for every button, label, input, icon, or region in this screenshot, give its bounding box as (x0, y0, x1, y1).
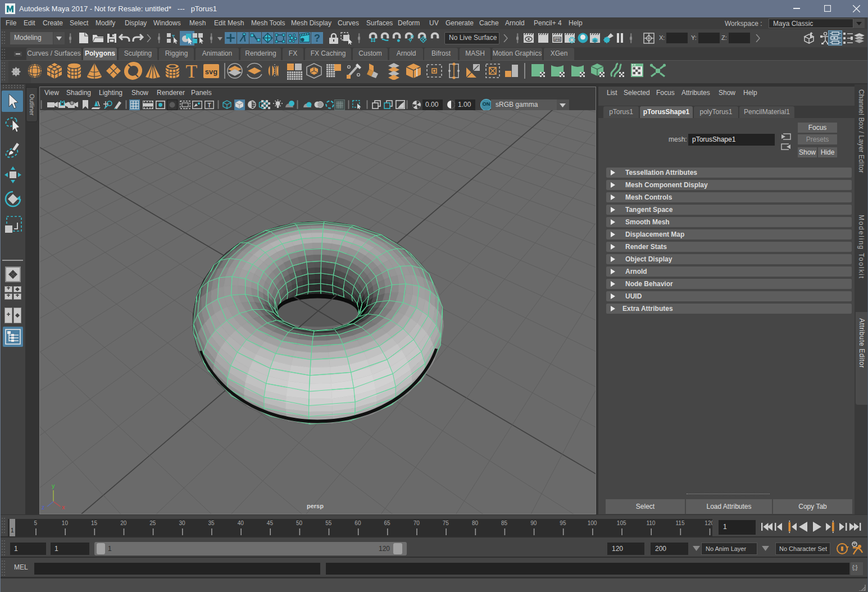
svg-text:persp: persp (307, 503, 324, 509)
svg-text:svg: svg (205, 67, 217, 76)
svg-text:T: T (186, 62, 198, 80)
svg-text:75: 75 (443, 520, 449, 526)
svg-text:65: 65 (384, 520, 390, 526)
svg-text:x: x (62, 504, 65, 510)
svg-text:40: 40 (238, 520, 244, 526)
svg-text:70: 70 (413, 520, 420, 526)
svg-text:95: 95 (560, 520, 566, 526)
svg-text:85: 85 (501, 520, 508, 526)
svg-text:25: 25 (149, 520, 156, 526)
svg-text:T: T (207, 102, 211, 109)
svg-text:IPR: IPR (555, 38, 561, 42)
svg-text:120: 120 (705, 520, 712, 526)
svg-text:110: 110 (646, 520, 655, 526)
svg-text:50: 50 (296, 520, 303, 526)
svg-text:15: 15 (91, 520, 98, 526)
svg-text:60: 60 (355, 520, 361, 526)
svg-text:y: y (52, 482, 55, 489)
svg-text:z: z (42, 504, 45, 510)
svg-text:5: 5 (34, 520, 37, 526)
svg-text:45: 45 (267, 520, 274, 526)
svg-text:115: 115 (676, 520, 685, 526)
svg-text:20: 20 (120, 520, 127, 526)
svg-text:55: 55 (325, 520, 332, 526)
svg-text:80: 80 (472, 520, 479, 526)
svg-text:90: 90 (530, 520, 537, 526)
svg-text:35: 35 (208, 520, 215, 526)
svg-text:10: 10 (62, 520, 69, 526)
svg-text:105: 105 (617, 520, 626, 526)
svg-text:30: 30 (179, 520, 185, 526)
svg-text:100: 100 (588, 520, 597, 526)
svg-text:?: ? (314, 33, 320, 44)
